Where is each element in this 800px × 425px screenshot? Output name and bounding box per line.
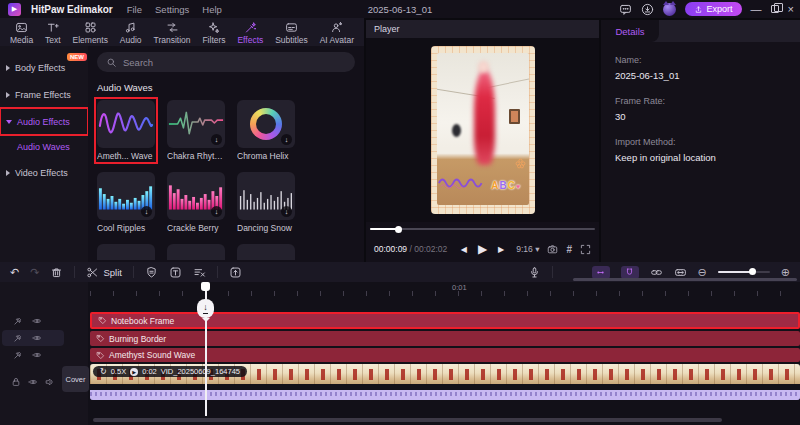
sidebar-item-frame-effects[interactable]: Frame Effects [0, 81, 88, 108]
prev-frame-button[interactable]: ◀ [461, 245, 467, 254]
zoom-out-button[interactable]: ⊖ [698, 267, 707, 278]
play-button[interactable]: ▶ [478, 242, 487, 256]
split-button[interactable]: Split [86, 266, 121, 279]
effect-amethyst-wave[interactable]: Ameth... Wave [97, 100, 155, 161]
timeline-clip-amethyst-sound-wave[interactable]: Amethyst Sound Wave [90, 348, 800, 362]
effect-thumbnail-partial[interactable] [237, 244, 295, 260]
sidebar-item-audio-effects[interactable]: Audio Effects [0, 108, 88, 135]
speaker-icon[interactable] [45, 377, 55, 387]
tab-effects[interactable]: Effects [237, 20, 263, 46]
effect-chroma-helix[interactable]: ↓ Chroma Helix [237, 100, 295, 161]
effect-crackle-berry[interactable]: ↓ Crackle Berry [167, 172, 225, 233]
field-label: Frame Rate: [615, 96, 786, 106]
undo-button[interactable]: ↶ [10, 267, 19, 278]
cover-button[interactable]: Cover [62, 366, 89, 392]
zoom-in-button[interactable]: ⊕ [781, 267, 790, 278]
minimize-button[interactable]: — [751, 0, 762, 18]
fit-timeline-icon[interactable] [674, 266, 687, 279]
text-tool-icon[interactable] [169, 266, 182, 279]
eye-icon[interactable] [32, 350, 42, 360]
tab-ai-avatar[interactable]: AI Avatar [320, 20, 354, 46]
delete-trash-icon[interactable] [50, 266, 63, 279]
lock-icon[interactable] [11, 377, 21, 387]
effects-sidebar: Body Effects NEW Frame Effects Audio Eff… [0, 46, 88, 262]
effect-tag-icon [96, 351, 105, 360]
grid-toggle-icon[interactable]: # [566, 244, 572, 255]
menu-file[interactable]: File [127, 4, 142, 15]
abc-letters-overlay: ABC♥ [491, 180, 521, 191]
tab-subtitles[interactable]: Subtitles [275, 20, 308, 46]
user-avatar[interactable] [663, 3, 676, 16]
timeline-horizontal-scrollbar[interactable] [93, 418, 722, 422]
timeline-zoom-slider[interactable] [718, 267, 770, 277]
sidebar-item-label: Body Effects [15, 63, 65, 73]
redo-button[interactable]: ↷ [30, 267, 39, 278]
next-frame-button[interactable]: ▶ [498, 245, 504, 254]
link-icon [595, 267, 606, 278]
effect-thumbnail-partial[interactable] [167, 244, 225, 260]
sidebar-item-body-effects[interactable]: Body Effects NEW [0, 54, 88, 81]
magnet-snap-toggle[interactable] [621, 266, 639, 279]
snapshot-camera-icon[interactable] [547, 244, 558, 255]
pin-icon[interactable] [13, 333, 23, 343]
search-input[interactable] [123, 57, 346, 68]
video-preview[interactable]: ABC♥ [431, 46, 535, 214]
zoom-slider-knob[interactable] [749, 268, 756, 275]
search-bar[interactable] [97, 52, 355, 72]
download-icon[interactable]: ↓ [211, 134, 222, 145]
fullscreen-icon[interactable] [580, 244, 591, 255]
eye-icon[interactable] [32, 316, 42, 326]
export-upload-icon [694, 5, 703, 14]
chain-link-icon[interactable] [650, 266, 663, 279]
wall-picture [509, 109, 520, 124]
progress-knob[interactable] [395, 226, 402, 233]
field-label: Name: [615, 55, 786, 65]
clear-list-icon[interactable] [193, 266, 206, 279]
menu-help[interactable]: Help [202, 4, 222, 15]
effect-name: Crackle Berry [167, 223, 225, 233]
field-label: Import Method: [615, 137, 786, 147]
download-icon[interactable]: ↓ [141, 206, 152, 217]
drop-indicator[interactable]: ↓ [197, 299, 214, 318]
tab-media[interactable]: Media [10, 20, 33, 46]
effect-dancing-snow[interactable]: ↓ Dancing Snow [237, 172, 295, 233]
timeline-clip-burning-border[interactable]: Burning Border [90, 331, 800, 346]
eye-icon[interactable] [32, 333, 42, 343]
tab-audio[interactable]: Audio [120, 20, 142, 46]
pin-icon[interactable] [13, 350, 23, 360]
voiceover-mic-icon[interactable] [528, 266, 541, 279]
download-icon[interactable]: ↓ [211, 206, 222, 217]
download-center-icon[interactable] [641, 3, 654, 16]
player-progress-bar[interactable] [366, 222, 599, 236]
export-button[interactable]: Export [685, 2, 742, 16]
download-icon[interactable]: ↓ [281, 134, 292, 145]
link-clips-toggle[interactable] [592, 266, 610, 279]
upload-clip-icon[interactable] [229, 266, 242, 279]
tab-text[interactable]: Text [45, 20, 61, 46]
close-button[interactable]: × [788, 0, 794, 18]
menu-settings[interactable]: Settings [155, 4, 189, 15]
effect-cool-ripples[interactable]: ↓ Cool Ripples [97, 172, 155, 233]
effect-thumbnail-partial[interactable] [97, 244, 155, 260]
tab-elements[interactable]: Elements [73, 20, 108, 46]
restore-button[interactable] [771, 5, 779, 13]
eye-icon[interactable] [28, 377, 38, 387]
download-icon[interactable]: ↓ [281, 206, 292, 217]
sidebar-item-video-effects[interactable]: Video Effects [0, 159, 88, 186]
aspect-ratio-dropdown[interactable]: 9:16 ▾ [516, 244, 539, 254]
timeline-clip-notebook-frame[interactable]: Notebook Frame [90, 312, 800, 329]
detail-field-frame-rate: Frame Rate: 30 [615, 96, 786, 122]
tab-transition[interactable]: Transition [154, 20, 191, 46]
pin-icon[interactable] [13, 316, 23, 326]
sidebar-item-audio-waves[interactable]: Audio Waves [0, 135, 88, 159]
feedback-bubble-icon[interactable] [619, 3, 632, 16]
timeline-top-scrollbar[interactable] [573, 278, 797, 281]
effect-chakra-rhythm[interactable]: ↓ Chakra Rhythm [167, 100, 225, 161]
main-tabbar: Media Text Elements Audio Transition [0, 18, 364, 46]
tab-label: Transition [154, 35, 191, 45]
tab-filters[interactable]: Filters [202, 20, 225, 46]
playhead-handle[interactable] [201, 282, 210, 291]
badge-shield-icon[interactable] [145, 266, 158, 279]
tab-details[interactable]: Details [601, 20, 659, 42]
timeline-clip-video[interactable]: ↻ 0.5X ▶ 0:02 VID_20250609_164745 [90, 364, 800, 400]
